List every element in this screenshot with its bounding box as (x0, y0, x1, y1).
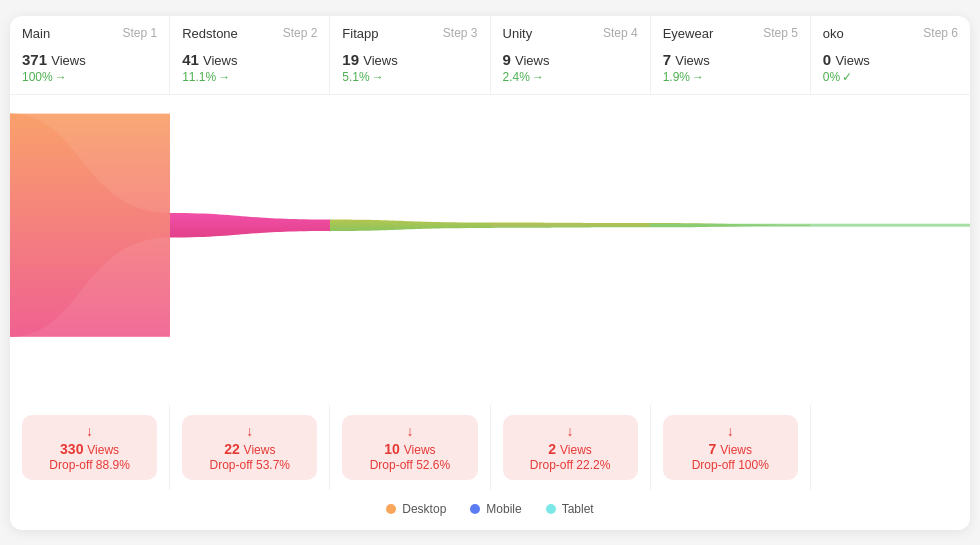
step-col-1: Redstone Step 2 41 Views 11.1%→ (170, 16, 330, 94)
dropoff-col-4: ↓ 7 Views Drop-off 100% (651, 405, 811, 490)
dropoff-col-3: ↓ 2 Views Drop-off 22.2% (491, 405, 651, 490)
steps-row: Main Step 1 371 Views 100%→ Redstone Ste… (10, 16, 970, 95)
step-number-4: Step 5 (763, 26, 798, 40)
dropoff-views-4: 7 Views (673, 441, 788, 457)
funnel-segment-2 (330, 219, 490, 230)
step-stats-4: 7 Views 1.9%→ (651, 47, 810, 94)
dropoff-box-4: ↓ 7 Views Drop-off 100% (663, 415, 798, 480)
dropoff-views-0: 330 Views (32, 441, 147, 457)
dropoff-col-0: ↓ 330 Views Drop-off 88.9% (10, 405, 170, 490)
views-pct-2: 5.1%→ (342, 70, 477, 84)
dropoff-icon-1: ↓ (192, 423, 307, 439)
views-count-4: 7 Views (663, 51, 798, 68)
legend-item-0: Desktop (386, 502, 446, 516)
views-count-1: 41 Views (182, 51, 317, 68)
step-stats-0: 371 Views 100%→ (10, 47, 169, 94)
dropoff-label-0: Drop-off 88.9% (32, 458, 147, 472)
step-number-0: Step 1 (122, 26, 157, 40)
funnel-segment-1 (170, 212, 330, 237)
step-number-3: Step 4 (603, 26, 638, 40)
funnel-visual (10, 95, 970, 405)
step-stats-5: 0 Views 0%✓ (811, 47, 970, 94)
dropoff-views-2: 10 Views (352, 441, 467, 457)
step-name-2: Fitapp (342, 26, 378, 41)
step-col-3: Unity Step 4 9 Views 2.4%→ (491, 16, 651, 94)
step-name-0: Main (22, 26, 50, 41)
step-name-3: Unity (503, 26, 533, 41)
dropoff-icon-0: ↓ (32, 423, 147, 439)
step-name-1: Redstone (182, 26, 238, 41)
funnel-line-4 (650, 223, 810, 226)
dropoff-label-3: Drop-off 22.2% (513, 458, 628, 472)
views-pct-0: 100%→ (22, 70, 157, 84)
views-count-0: 371 Views (22, 51, 157, 68)
legend-dot-2 (546, 504, 556, 514)
dropoff-row: ↓ 330 Views Drop-off 88.9% ↓ 22 Views Dr… (10, 405, 970, 490)
step-header-3: Unity Step 4 (491, 16, 650, 47)
views-pct-1: 11.1%→ (182, 70, 317, 84)
legend-item-1: Mobile (470, 502, 521, 516)
dropoff-label-1: Drop-off 53.7% (192, 458, 307, 472)
dropoff-icon-3: ↓ (513, 423, 628, 439)
legend: Desktop Mobile Tablet (10, 490, 970, 530)
legend-dot-1 (470, 504, 480, 514)
step-col-2: Fitapp Step 3 19 Views 5.1%→ (330, 16, 490, 94)
legend-label-2: Tablet (562, 502, 594, 516)
step-header-1: Redstone Step 2 (170, 16, 329, 47)
dropoff-box-1: ↓ 22 Views Drop-off 53.7% (182, 415, 317, 480)
dropoff-icon-4: ↓ (673, 423, 788, 439)
views-pct-5: 0%✓ (823, 70, 958, 84)
step-name-5: oko (823, 26, 844, 41)
dropoff-views-1: 22 Views (192, 441, 307, 457)
step-col-5: oko Step 6 0 Views 0%✓ (811, 16, 970, 94)
funnel-container: Main Step 1 371 Views 100%→ Redstone Ste… (10, 16, 970, 530)
step-stats-1: 41 Views 11.1%→ (170, 47, 329, 94)
step-header-5: oko Step 6 (811, 16, 970, 47)
funnel-svg (10, 95, 970, 405)
step-col-0: Main Step 1 371 Views 100%→ (10, 16, 170, 94)
step-col-4: Eyewear Step 5 7 Views 1.9%→ (651, 16, 811, 94)
step-number-1: Step 2 (283, 26, 318, 40)
funnel-line-3 (490, 223, 650, 226)
dropoff-col-5 (811, 405, 970, 490)
step-stats-2: 19 Views 5.1%→ (330, 47, 489, 94)
dropoff-label-4: Drop-off 100% (673, 458, 788, 472)
dropoff-label-2: Drop-off 52.6% (352, 458, 467, 472)
step-header-0: Main Step 1 (10, 16, 169, 47)
dropoff-box-2: ↓ 10 Views Drop-off 52.6% (342, 415, 477, 480)
step-header-2: Fitapp Step 3 (330, 16, 489, 47)
step-header-4: Eyewear Step 5 (651, 16, 810, 47)
dropoff-box-3: ↓ 2 Views Drop-off 22.2% (503, 415, 638, 480)
dropoff-icon-2: ↓ (352, 423, 467, 439)
dropoff-views-3: 2 Views (513, 441, 628, 457)
funnel-line-5 (810, 223, 970, 226)
step-stats-3: 9 Views 2.4%→ (491, 47, 650, 94)
step-name-4: Eyewear (663, 26, 714, 41)
views-count-5: 0 Views (823, 51, 958, 68)
legend-item-2: Tablet (546, 502, 594, 516)
views-pct-4: 1.9%→ (663, 70, 798, 84)
legend-label-1: Mobile (486, 502, 521, 516)
views-count-2: 19 Views (342, 51, 477, 68)
legend-label-0: Desktop (402, 502, 446, 516)
views-count-3: 9 Views (503, 51, 638, 68)
step-number-2: Step 3 (443, 26, 478, 40)
dropoff-col-2: ↓ 10 Views Drop-off 52.6% (330, 405, 490, 490)
legend-dot-0 (386, 504, 396, 514)
views-pct-3: 2.4%→ (503, 70, 638, 84)
dropoff-box-0: ↓ 330 Views Drop-off 88.9% (22, 415, 157, 480)
dropoff-col-1: ↓ 22 Views Drop-off 53.7% (170, 405, 330, 490)
funnel-wrapper: Main Step 1 371 Views 100%→ Redstone Ste… (10, 16, 970, 530)
step-number-5: Step 6 (923, 26, 958, 40)
